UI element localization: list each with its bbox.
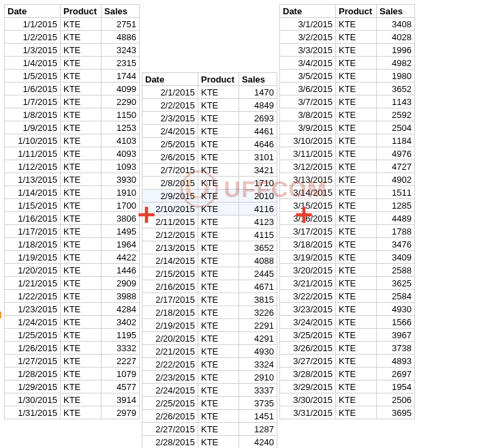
- cell-date[interactable]: 3/11/2015: [280, 147, 336, 160]
- cell-product[interactable]: KTE: [336, 186, 377, 199]
- table-row[interactable]: 3/13/2015KTE4902: [280, 173, 415, 186]
- cell-product[interactable]: KTE: [336, 329, 377, 342]
- cell-date[interactable]: 3/30/2015: [280, 393, 336, 406]
- cell-product[interactable]: KTE: [61, 380, 102, 393]
- cell-date[interactable]: 1/29/2015: [5, 380, 61, 393]
- cell-product[interactable]: KTE: [336, 303, 377, 316]
- cell-product[interactable]: KTE: [61, 329, 102, 342]
- table-row[interactable]: 2/11/2015KTE4123: [142, 215, 277, 228]
- cell-date[interactable]: 3/4/2015: [280, 57, 336, 70]
- cell-product[interactable]: KTE: [336, 238, 377, 251]
- table-row[interactable]: 1/10/2015KTE4103: [5, 134, 140, 147]
- cell-product[interactable]: KTE: [198, 112, 239, 125]
- cell-product[interactable]: KTE: [198, 267, 239, 280]
- cell-product[interactable]: KTE: [198, 306, 239, 319]
- table-row[interactable]: 1/7/2015KTE2290: [5, 95, 140, 108]
- cell-date[interactable]: 1/6/2015: [5, 83, 61, 95]
- cell-sales[interactable]: 3101: [239, 151, 277, 164]
- cell-sales[interactable]: 4461: [239, 125, 277, 138]
- cell-product[interactable]: KTE: [61, 83, 102, 95]
- cell-product[interactable]: KTE: [336, 108, 377, 121]
- cell-product[interactable]: KTE: [61, 186, 102, 199]
- cell-product[interactable]: KTE: [198, 241, 239, 254]
- cell-product[interactable]: KTE: [336, 355, 377, 368]
- cell-date[interactable]: 2/3/2015: [142, 112, 198, 125]
- table-row[interactable]: 3/24/2015KTE1566: [280, 316, 415, 329]
- cell-product[interactable]: KTE: [336, 251, 377, 264]
- cell-date[interactable]: 2/17/2015: [142, 293, 198, 306]
- cell-date[interactable]: 1/13/2015: [5, 173, 61, 186]
- cell-date[interactable]: 2/28/2015: [142, 436, 198, 449]
- cell-date[interactable]: 2/23/2015: [142, 371, 198, 384]
- cell-date[interactable]: 3/9/2015: [280, 121, 336, 134]
- table-row[interactable]: 1/25/2015KTE1195: [5, 329, 140, 342]
- table-row[interactable]: 1/21/2015KTE2909: [5, 277, 140, 290]
- cell-sales[interactable]: 1143: [377, 95, 415, 108]
- cell-sales[interactable]: 1511: [377, 186, 415, 199]
- cell-sales[interactable]: 3652: [239, 241, 277, 254]
- cell-sales[interactable]: 3930: [102, 173, 140, 186]
- cell-sales[interactable]: 3402: [102, 316, 140, 329]
- table-row[interactable]: 2/25/2015KTE3735: [142, 397, 277, 410]
- cell-sales[interactable]: 4240: [239, 436, 277, 449]
- cell-product[interactable]: KTE: [198, 164, 239, 177]
- cell-date[interactable]: 3/19/2015: [280, 251, 336, 264]
- cell-date[interactable]: 3/15/2015: [280, 199, 336, 212]
- cell-sales[interactable]: 1470: [239, 86, 277, 99]
- table-row[interactable]: 2/9/2015KTE2010: [142, 190, 277, 203]
- table-row[interactable]: 2/27/2015KTE1287: [142, 423, 277, 436]
- cell-date[interactable]: 3/20/2015: [280, 264, 336, 277]
- cell-date[interactable]: 3/16/2015: [280, 212, 336, 225]
- cell-product[interactable]: KTE: [61, 70, 102, 83]
- cell-product[interactable]: KTE: [336, 44, 377, 57]
- cell-date[interactable]: 1/21/2015: [5, 277, 61, 290]
- cell-sales[interactable]: 2227: [102, 355, 140, 368]
- table-row[interactable]: 3/22/2015KTE2584: [280, 290, 415, 303]
- cell-product[interactable]: KTE: [198, 371, 239, 384]
- table-row[interactable]: 1/8/2015KTE1150: [5, 108, 140, 121]
- cell-date[interactable]: 3/7/2015: [280, 95, 336, 108]
- cell-product[interactable]: KTE: [61, 277, 102, 290]
- cell-sales[interactable]: 4671: [239, 280, 277, 293]
- table-row[interactable]: 3/3/2015KTE1996: [280, 44, 415, 57]
- cell-date[interactable]: 2/8/2015: [142, 177, 198, 190]
- cell-date[interactable]: 1/3/2015: [5, 44, 61, 57]
- table-row[interactable]: 1/22/2015KTE3988: [5, 290, 140, 303]
- table-row[interactable]: 2/26/2015KTE1451: [142, 410, 277, 423]
- cell-date[interactable]: 1/31/2015: [5, 406, 61, 419]
- cell-product[interactable]: KTE: [198, 293, 239, 306]
- cell-date[interactable]: 1/15/2015: [5, 199, 61, 212]
- table-row[interactable]: 1/2/2015KTE4886: [5, 31, 140, 44]
- table-row[interactable]: 1/19/2015KTE4422: [5, 251, 140, 264]
- table-row[interactable]: 3/31/2015KTE3695: [280, 406, 415, 419]
- cell-product[interactable]: KTE: [61, 95, 102, 108]
- table-row[interactable]: 2/18/2015KTE3226: [142, 306, 277, 319]
- cell-date[interactable]: 1/11/2015: [5, 147, 61, 160]
- cell-product[interactable]: KTE: [198, 423, 239, 436]
- cell-product[interactable]: KTE: [61, 393, 102, 406]
- cell-sales[interactable]: 4893: [377, 355, 415, 368]
- cell-sales[interactable]: 2506: [377, 393, 415, 406]
- table-row[interactable]: 1/29/2015KTE4577: [5, 380, 140, 393]
- table-row[interactable]: 3/17/2015KTE1788: [280, 225, 415, 238]
- cell-product[interactable]: KTE: [336, 316, 377, 329]
- table-row[interactable]: 3/30/2015KTE2506: [280, 393, 415, 406]
- cell-date[interactable]: 2/14/2015: [142, 254, 198, 267]
- cell-product[interactable]: KTE: [61, 160, 102, 173]
- table-row[interactable]: 3/1/2015KTE3408: [280, 18, 415, 31]
- table-row[interactable]: 1/9/2015KTE1253: [5, 121, 140, 134]
- cell-date[interactable]: 1/1/2015: [5, 18, 61, 31]
- cell-product[interactable]: KTE: [61, 134, 102, 147]
- cell-product[interactable]: KTE: [61, 251, 102, 264]
- cell-sales[interactable]: 2584: [377, 290, 415, 303]
- cell-date[interactable]: 2/24/2015: [142, 384, 198, 397]
- cell-date[interactable]: 1/26/2015: [5, 342, 61, 355]
- cell-date[interactable]: 2/5/2015: [142, 138, 198, 151]
- cell-date[interactable]: 3/6/2015: [280, 83, 336, 95]
- cell-date[interactable]: 1/16/2015: [5, 212, 61, 225]
- cell-sales[interactable]: 4982: [377, 57, 415, 70]
- cell-sales[interactable]: 4284: [102, 303, 140, 316]
- cell-product[interactable]: KTE: [336, 121, 377, 134]
- table-row[interactable]: 3/20/2015KTE2588: [280, 264, 415, 277]
- cell-date[interactable]: 1/2/2015: [5, 31, 61, 44]
